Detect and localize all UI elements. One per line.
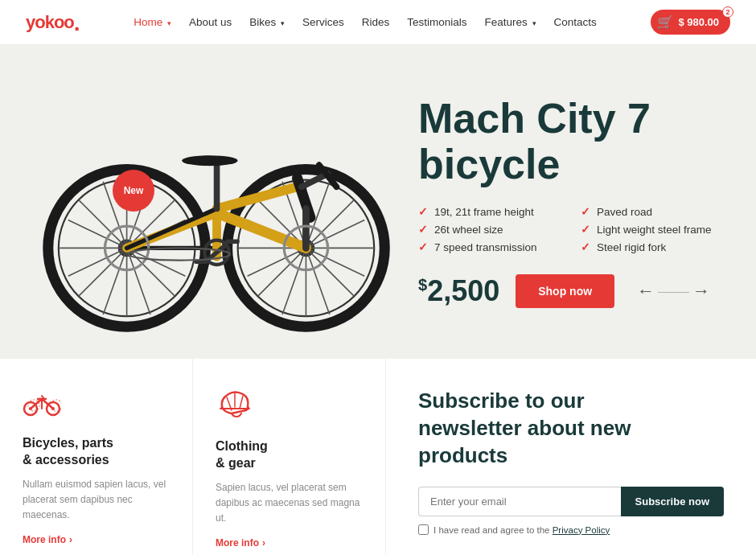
- check-icon: ✓: [418, 223, 428, 236]
- nav-bikes[interactable]: Bikes ▾: [249, 16, 285, 28]
- cart-icon: 🛒: [657, 14, 673, 30]
- price-symbol: $: [418, 276, 427, 294]
- more-info-link[interactable]: More info ›: [216, 537, 265, 549]
- nav-features[interactable]: Features ▾: [485, 16, 536, 28]
- more-info-link[interactable]: More info ›: [23, 534, 72, 545]
- logo-text: yoko: [26, 12, 64, 32]
- feature-text: 26t wheel size: [434, 224, 503, 236]
- feature-item: ✓ Light weight steel frame: [581, 223, 717, 236]
- privacy-row: I have read and agree to the Privacy Pol…: [418, 524, 724, 535]
- next-arrow-icon[interactable]: →: [692, 281, 710, 302]
- feature-item: ✓ Steel rigid fork: [581, 240, 717, 253]
- newsletter-title: Subscribe to our newsletter about new pr…: [418, 388, 692, 469]
- hero-title: Mach City 7 bicycle: [418, 96, 717, 187]
- hero-section: New: [0, 45, 756, 359]
- check-icon: ✓: [418, 240, 428, 253]
- check-icon: ✓: [581, 240, 590, 253]
- helmet-icon: [216, 388, 254, 427]
- cart-badge: 2: [722, 6, 733, 18]
- category-bicycles: Bicycles, parts& accessories Nullam euis…: [0, 359, 193, 555]
- category-title: Bicycles, parts& accessories: [23, 435, 113, 469]
- bike-image-container: New: [0, 73, 402, 331]
- privacy-checkbox[interactable]: [418, 524, 429, 535]
- new-badge: New: [113, 170, 154, 212]
- privacy-link[interactable]: Privacy Policy: [553, 525, 610, 535]
- privacy-text: I have read and agree to the Privacy Pol…: [433, 525, 610, 535]
- features-list: ✓ 19t, 21t frame height ✓ Paved road ✓ 2…: [418, 205, 717, 253]
- svg-point-31: [182, 155, 238, 166]
- logo: yokoo.: [26, 12, 80, 33]
- svg-rect-37: [225, 240, 239, 244]
- bottom-section: Bicycles, parts& accessories Nullam euis…: [0, 359, 756, 555]
- bike-svg: [0, 73, 402, 335]
- svg-line-55: [240, 396, 243, 409]
- header: yokoo. Home ▾ About us Bikes ▾ Services …: [0, 0, 756, 45]
- feature-text: Paved road: [597, 206, 652, 218]
- bicycle-icon: [23, 388, 61, 424]
- hero-cta: $2,500 Shop now ← ——— →: [418, 274, 717, 308]
- cart-price: $ 980.00: [678, 16, 719, 28]
- feature-text: Light weight steel frame: [597, 224, 712, 236]
- newsletter-section: Subscribe to our newsletter about new pr…: [386, 359, 756, 555]
- price-display: $2,500: [418, 274, 499, 308]
- arrow-icon: ›: [69, 534, 72, 545]
- feature-item: ✓ Paved road: [581, 205, 717, 218]
- feature-text: 7 speed transmission: [434, 241, 537, 253]
- check-icon: ✓: [581, 205, 590, 218]
- nav-about[interactable]: About us: [189, 16, 232, 28]
- feature-item: ✓ 19t, 21t frame height: [418, 205, 555, 218]
- category-desc: Sapien lacus, vel placerat sem dapibus a…: [216, 480, 363, 527]
- subscribe-button[interactable]: Subscribe now: [621, 487, 724, 516]
- arrow-icon: ›: [262, 537, 265, 549]
- check-icon: ✓: [581, 223, 590, 236]
- nav-home[interactable]: Home ▾: [134, 16, 171, 28]
- cart-button[interactable]: 🛒 $ 980.00 2: [651, 10, 730, 35]
- feature-item: ✓ 26t wheel size: [418, 223, 555, 236]
- category-title: Clothing& gear: [216, 438, 268, 472]
- feature-item: ✓ 7 speed transmission: [418, 240, 555, 253]
- chevron-down-icon: ▾: [532, 19, 536, 27]
- carousel-nav: ← ——— →: [637, 281, 710, 302]
- category-clothing: Clothing& gear Sapien lacus, vel placera…: [193, 359, 386, 555]
- chevron-down-icon: ▾: [281, 19, 285, 27]
- category-desc: Nullam euismod sapien lacus, vel placera…: [23, 477, 170, 524]
- hero-content: Mach City 7 bicycle ✓ 19t, 21t frame hei…: [402, 96, 717, 308]
- feature-text: 19t, 21t frame height: [434, 206, 534, 218]
- shop-now-button[interactable]: Shop now: [516, 274, 614, 308]
- email-input[interactable]: [418, 487, 621, 516]
- nav: Home ▾ About us Bikes ▾ Services Rides T…: [134, 16, 597, 28]
- nav-services[interactable]: Services: [302, 16, 344, 28]
- nav-rides[interactable]: Rides: [362, 16, 390, 28]
- chevron-down-icon: ▾: [167, 19, 171, 27]
- email-form: Subscribe now: [418, 487, 724, 516]
- nav-testimonials[interactable]: Testimonials: [407, 16, 466, 28]
- nav-contacts[interactable]: Contacts: [554, 16, 597, 28]
- prev-arrow-icon[interactable]: ←: [637, 281, 655, 302]
- check-icon: ✓: [418, 205, 428, 218]
- feature-text: Steel rigid fork: [597, 241, 666, 253]
